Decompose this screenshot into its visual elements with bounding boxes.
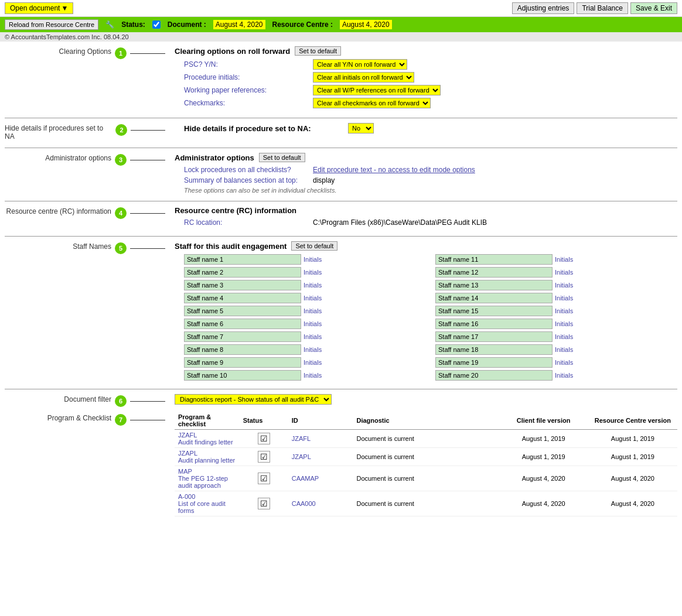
rc-label: Resource Centre : [272, 20, 333, 29]
staff-row: Initials [184, 254, 426, 265]
adjusting-entries-button[interactable]: Adjusting entries [512, 2, 575, 14]
row-rc-ver-3: August 4, 2020 [588, 491, 677, 516]
hide-details-left-label: Hide details if procedures set to NA 2 [5, 123, 175, 141]
row-desc-1: Audit planning letter [178, 457, 235, 464]
hide-details-select[interactable]: No Yes [348, 123, 374, 134]
staff-name-input-left-10[interactable] [184, 370, 301, 381]
staff-initials-right-4: Initials [555, 295, 578, 302]
trial-balance-button[interactable]: Trial Balance [577, 2, 628, 14]
staff-name-input-right-7[interactable] [435, 331, 553, 342]
doc-filter-left-label: Document filter 6 [5, 394, 175, 407]
doc-filter-content: Diagnostics report - Show status of all … [175, 394, 677, 409]
rc-info-badge: 4 [115, 207, 127, 219]
doc-filter-select[interactable]: Diagnostics report - Show status of all … [175, 394, 332, 405]
staff-name-input-right-6[interactable] [435, 319, 553, 329]
procedure-initials-value[interactable]: Clear all initials on roll forward [313, 72, 414, 83]
staff-row: Initials [184, 331, 426, 342]
staff-initials-left-2: Initials [304, 269, 327, 276]
row-status-3: ☑ [240, 491, 288, 516]
hide-details-value[interactable]: No Yes [348, 123, 374, 134]
staff-names-left-label: Staff Names 5 [5, 241, 175, 254]
wp-references-select[interactable]: Clear all W/P references on roll forward [313, 85, 441, 95]
admin-options-text: Administrator options [45, 154, 111, 162]
checkmarks-value[interactable]: Clear all checkmarks on roll forward [313, 98, 431, 108]
col-diagnostic: Diagnostic [353, 412, 499, 430]
reload-button[interactable]: Reload from Resource Centre [5, 19, 98, 30]
staff-initials-right-9: Initials [555, 359, 578, 366]
staff-initials-left-10: Initials [304, 372, 327, 379]
rc-info-section: Resource centre (RC) information 4 Resou… [5, 206, 677, 229]
status-checkbox[interactable] [152, 20, 161, 29]
summary-balances-value: display [313, 176, 335, 184]
staff-initials-right-8: Initials [555, 346, 578, 353]
staff-row: Initials [435, 293, 677, 303]
col-id: ID [288, 412, 353, 430]
rc-info-content: Resource centre (RC) information RC loca… [175, 206, 677, 229]
row-rc-ver-2: August 4, 2020 [588, 466, 677, 491]
staff-name-input-right-5[interactable] [435, 306, 553, 316]
staff-name-input-left-1[interactable] [184, 254, 301, 265]
copyright-bar: © AccountantsTemplates.com Inc. 08.04.20 [0, 32, 682, 42]
procedure-initials-select[interactable]: Clear all initials on roll forward [313, 72, 414, 83]
row-status-1: ☑ [240, 448, 288, 466]
summary-balances-label: Summary of balances section at top: [184, 176, 313, 184]
table-row: MAP The PEG 12-step audit approach ☑ CAA… [175, 466, 677, 491]
staff-initials-left-8: Initials [304, 346, 327, 353]
staff-name-input-right-9[interactable] [435, 357, 553, 368]
staff-initials-left-4: Initials [304, 295, 327, 302]
staff-name-input-left-2[interactable] [184, 267, 301, 278]
psc-value[interactable]: Clear all Y/N on roll forward [313, 59, 407, 70]
copyright-text: © AccountantsTemplates.com Inc. 08.04.20 [5, 33, 129, 40]
staff-initials-left-9: Initials [304, 359, 327, 366]
row-diagnostic-1: Document is current [353, 448, 499, 466]
doc-filter-section: Document filter 6 Diagnostics report - S… [5, 394, 677, 409]
staff-name-input-left-3[interactable] [184, 280, 301, 290]
staff-set-default-button[interactable]: Set to default [291, 241, 337, 251]
staff-initials-left-1: Initials [304, 256, 327, 263]
hide-details-content: Hide details if procedure set to NA: No … [175, 123, 677, 136]
rc-location-row: RC location: C:\Program Files (x86)\Case… [175, 218, 677, 227]
row-id-1: JZAPL [178, 450, 197, 457]
staff-name-input-left-4[interactable] [184, 293, 301, 303]
psc-label: PSC? Y/N: [184, 60, 313, 69]
staff-name-input-left-7[interactable] [184, 331, 301, 342]
checkmarks-row: Checkmarks: Clear all checkmarks on roll… [175, 98, 677, 108]
admin-note: These options can also be set in individ… [184, 187, 677, 194]
row-client-ver-1: August 1, 2019 [499, 448, 588, 466]
wp-references-value[interactable]: Clear all W/P references on roll forward [313, 85, 441, 95]
psc-select[interactable]: Clear all Y/N on roll forward [313, 59, 407, 70]
clearing-set-default-button[interactable]: Set to default [295, 46, 341, 56]
staff-name-input-right-4[interactable] [435, 293, 553, 303]
row-diagnostic-2: Document is current [353, 466, 499, 491]
save-exit-button[interactable]: Save & Exit [630, 2, 677, 14]
table-row: JZAFL Audit findings letter ☑ JZAFL Docu… [175, 430, 677, 448]
staff-name-input-left-9[interactable] [184, 357, 301, 368]
doc-filter-bar: Diagnostics report - Show status of all … [175, 394, 677, 405]
staff-name-input-right-2[interactable] [435, 267, 553, 278]
staff-initials-right-1: Initials [555, 256, 578, 263]
open-document-button[interactable]: Open document ▼ [5, 2, 73, 14]
staff-row: Initials [184, 344, 426, 355]
staff-name-input-left-6[interactable] [184, 319, 301, 329]
admin-set-default-button[interactable]: Set to default [259, 153, 305, 162]
staff-name-input-left-5[interactable] [184, 306, 301, 316]
staff-name-input-right-8[interactable] [435, 344, 553, 355]
staff-name-input-right-10[interactable] [435, 370, 553, 381]
clearing-options-left-label: Clearing Options 1 [5, 46, 175, 59]
edit-procedure-link[interactable]: Edit procedure text - no access to edit … [313, 166, 475, 174]
rc-location-value: C:\Program Files (x86)\CaseWare\Data\PEG… [313, 218, 487, 227]
checkmarks-select[interactable]: Clear all checkmarks on roll forward [313, 98, 431, 108]
rc-info-text: Resource centre (RC) information [6, 207, 111, 215]
staff-name-input-right-3[interactable] [435, 280, 553, 290]
row-desc-2: The PEG 12-step audit approach [178, 475, 228, 489]
hide-details-text: Hide details if procedures set to NA [5, 124, 112, 141]
staff-row: Initials [184, 293, 426, 303]
staff-name-input-left-8[interactable] [184, 344, 301, 355]
row-diag-id-0: JZAFL [288, 430, 353, 448]
staff-name-input-right-1[interactable] [435, 254, 553, 265]
checkmark-icon-0: ☑ [258, 433, 270, 444]
psc-row: PSC? Y/N: Clear all Y/N on roll forward [175, 59, 677, 70]
staff-initials-right-6: Initials [555, 320, 578, 327]
row-client-ver-0: August 1, 2019 [499, 430, 588, 448]
program-checklist-badge: 7 [115, 414, 127, 426]
